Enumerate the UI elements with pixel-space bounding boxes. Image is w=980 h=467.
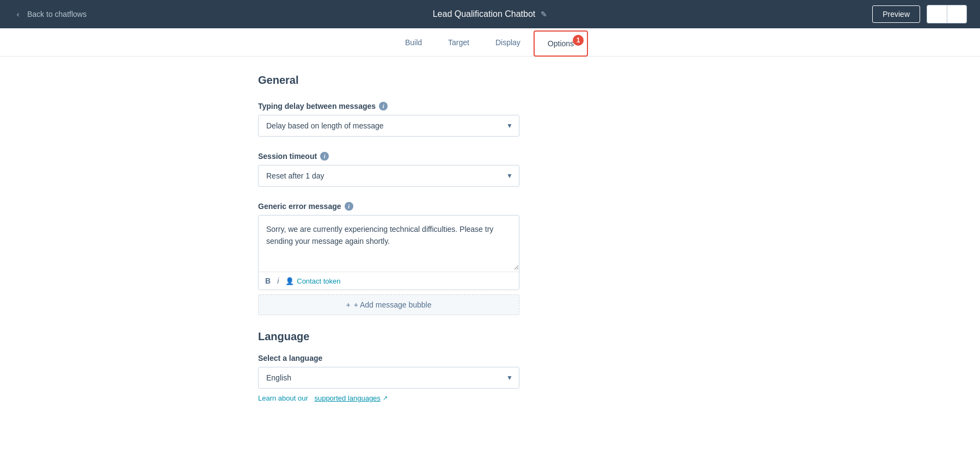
add-message-bubble-button[interactable]: + + Add message bubble bbox=[258, 294, 519, 315]
tab-display[interactable]: Display bbox=[482, 30, 534, 56]
topbar: ‹ Back to chatflows Lead Qualification C… bbox=[0, 0, 980, 28]
message-toolbar: B i 👤 Contact token bbox=[259, 272, 519, 290]
back-arrow-icon: ‹ bbox=[13, 9, 23, 19]
session-timeout-group: Session timeout i Reset after 1 hour Res… bbox=[258, 152, 722, 187]
toggle-group bbox=[927, 5, 967, 23]
error-message-box: Sorry, we are currently experiencing tec… bbox=[258, 215, 519, 290]
tab-options[interactable]: Options 1 bbox=[534, 30, 588, 57]
back-link-label: Back to chatflows bbox=[27, 10, 87, 19]
tab-nav: Build Target Display Options 1 bbox=[0, 28, 980, 57]
bold-icon[interactable]: B bbox=[265, 276, 271, 285]
external-link-icon: ↗ bbox=[383, 395, 388, 402]
options-badge: 1 bbox=[573, 35, 584, 46]
session-timeout-help-icon[interactable]: i bbox=[320, 152, 329, 161]
toggle-off-button[interactable] bbox=[927, 5, 947, 23]
typing-delay-select-wrapper: Delay based on length of message No dela… bbox=[258, 115, 519, 137]
supported-languages-link[interactable]: Learn about our supported languages ↗ bbox=[258, 394, 722, 402]
language-section-title: Language bbox=[258, 330, 722, 343]
toggle-on-button[interactable] bbox=[947, 5, 966, 23]
chatbot-title: Lead Qualification Chatbot ✎ bbox=[433, 9, 548, 19]
language-select[interactable]: English French German Spanish Portuguese… bbox=[258, 367, 519, 389]
contact-token-person-icon: 👤 bbox=[285, 277, 294, 285]
session-timeout-label: Session timeout i bbox=[258, 152, 722, 161]
language-select-label: Select a language bbox=[258, 354, 722, 362]
language-select-wrapper: English French German Spanish Portuguese… bbox=[258, 367, 519, 389]
preview-button[interactable]: Preview bbox=[872, 5, 920, 23]
typing-delay-help-icon[interactable]: i bbox=[379, 102, 388, 110]
typing-delay-select[interactable]: Delay based on length of message No dela… bbox=[258, 115, 519, 137]
back-to-chatflows-link[interactable]: ‹ Back to chatflows bbox=[13, 9, 87, 19]
chatbot-name: Lead Qualification Chatbot bbox=[433, 9, 536, 19]
topbar-right: Preview bbox=[872, 5, 967, 23]
edit-title-icon[interactable]: ✎ bbox=[541, 10, 547, 19]
italic-icon[interactable]: i bbox=[277, 276, 279, 285]
contact-token-link[interactable]: 👤 Contact token bbox=[285, 277, 340, 285]
tab-target[interactable]: Target bbox=[435, 30, 482, 56]
error-message-help-icon[interactable]: i bbox=[345, 202, 353, 211]
supported-languages-label: supported languages bbox=[314, 394, 380, 402]
typing-delay-label: Typing delay between messages i bbox=[258, 102, 722, 110]
error-message-group: Generic error message i Sorry, we are cu… bbox=[258, 202, 722, 315]
main-content: General Typing delay between messages i … bbox=[245, 57, 735, 435]
general-section-title: General bbox=[258, 74, 722, 87]
contact-token-label: Contact token bbox=[297, 277, 340, 285]
typing-delay-group: Typing delay between messages i Delay ba… bbox=[258, 102, 722, 137]
error-message-textarea[interactable]: Sorry, we are currently experiencing tec… bbox=[259, 216, 519, 270]
language-select-group: Select a language English French German … bbox=[258, 354, 722, 402]
session-timeout-select-wrapper: Reset after 1 hour Reset after 6 hours R… bbox=[258, 165, 519, 187]
error-message-label: Generic error message i bbox=[258, 202, 722, 211]
session-timeout-select[interactable]: Reset after 1 hour Reset after 6 hours R… bbox=[258, 165, 519, 187]
add-bubble-label: + Add message bubble bbox=[354, 300, 432, 309]
learn-more-text: Learn about our bbox=[258, 394, 308, 402]
tab-options-label: Options bbox=[548, 39, 574, 48]
add-bubble-plus-icon: + bbox=[346, 300, 350, 309]
tab-build[interactable]: Build bbox=[392, 30, 435, 56]
